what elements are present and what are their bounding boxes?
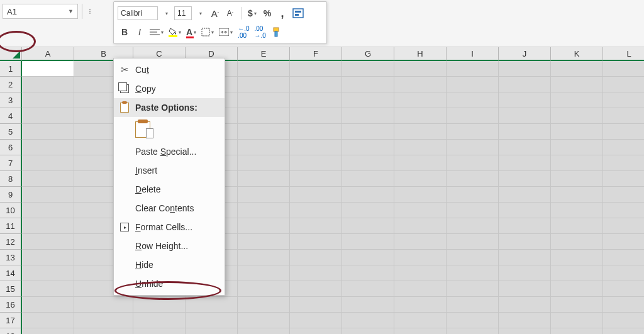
col-header-G[interactable]: G (342, 47, 394, 61)
cell[interactable] (133, 313, 186, 328)
cell[interactable] (394, 234, 447, 250)
cell[interactable] (290, 281, 342, 297)
row-header-3[interactable]: 3 (0, 92, 22, 108)
cell[interactable] (238, 77, 290, 92)
row-header-13[interactable]: 13 (0, 250, 22, 265)
cell[interactable] (342, 281, 394, 297)
fill-color-button[interactable]: ▾ (167, 25, 183, 40)
cell[interactable] (22, 124, 74, 140)
cell[interactable] (238, 297, 290, 313)
row-header-17[interactable]: 17 (0, 313, 22, 328)
cell[interactable] (394, 77, 447, 92)
cell[interactable] (342, 297, 394, 313)
cell[interactable] (290, 313, 342, 328)
cell[interactable] (238, 92, 290, 108)
increase-decimal-button[interactable]: ←.0.00 (236, 25, 251, 40)
cell[interactable] (551, 297, 603, 313)
borders-button[interactable]: ▾ (199, 25, 216, 40)
name-box-handle[interactable] (82, 4, 101, 19)
cell[interactable] (22, 155, 74, 171)
cell[interactable] (133, 297, 186, 313)
cell[interactable] (22, 250, 74, 265)
cell[interactable] (133, 328, 186, 334)
row-header-9[interactable]: 9 (0, 187, 22, 203)
cell[interactable] (447, 297, 499, 313)
cell[interactable] (290, 108, 342, 124)
cell[interactable] (74, 313, 133, 328)
cell[interactable] (238, 108, 290, 124)
comma-format-button[interactable]: , (275, 6, 289, 21)
cell[interactable] (447, 155, 499, 171)
context-delete[interactable]: Delete (114, 180, 225, 199)
format-painter-button[interactable] (269, 25, 283, 40)
cell[interactable] (290, 265, 342, 281)
row-header-12[interactable]: 12 (0, 234, 22, 250)
col-header-J[interactable]: J (499, 47, 551, 61)
cell[interactable] (551, 108, 603, 124)
cell[interactable] (238, 281, 290, 297)
cell[interactable] (603, 297, 644, 313)
cell[interactable] (447, 124, 499, 140)
cell[interactable] (551, 313, 603, 328)
cell[interactable] (22, 218, 74, 234)
cell[interactable] (186, 313, 238, 328)
cell[interactable] (290, 77, 342, 92)
cell[interactable] (290, 171, 342, 187)
cell[interactable] (290, 187, 342, 203)
cell[interactable] (342, 203, 394, 218)
cell[interactable] (551, 328, 603, 334)
cell[interactable] (603, 171, 644, 187)
cell[interactable] (22, 187, 74, 203)
row-header-5[interactable]: 5 (0, 124, 22, 140)
cell[interactable] (447, 328, 499, 334)
cell[interactable] (238, 187, 290, 203)
cell[interactable] (551, 281, 603, 297)
cell[interactable] (447, 265, 499, 281)
cell[interactable] (290, 124, 342, 140)
cell[interactable] (238, 140, 290, 155)
cell[interactable] (238, 234, 290, 250)
cell[interactable] (551, 250, 603, 265)
cell[interactable] (22, 140, 74, 155)
row-header-18[interactable]: 18 (0, 328, 22, 334)
cell[interactable] (447, 140, 499, 155)
font-name-input[interactable]: Calibri (118, 6, 158, 20)
cell[interactable] (551, 265, 603, 281)
col-header-H[interactable]: H (394, 47, 447, 61)
cell[interactable] (499, 124, 551, 140)
row-header-2[interactable]: 2 (0, 77, 22, 92)
cell[interactable] (22, 313, 74, 328)
cell[interactable] (394, 328, 447, 334)
cell[interactable] (551, 124, 603, 140)
cell[interactable] (499, 313, 551, 328)
row-header-11[interactable]: 11 (0, 218, 22, 234)
cell[interactable] (342, 187, 394, 203)
cell[interactable] (499, 77, 551, 92)
cell[interactable] (22, 77, 74, 92)
cell[interactable] (447, 187, 499, 203)
cell[interactable] (603, 187, 644, 203)
context-cut[interactable]: Cut (114, 60, 225, 79)
cell[interactable] (394, 187, 447, 203)
cell[interactable] (603, 328, 644, 334)
cell[interactable] (342, 124, 394, 140)
row-header-4[interactable]: 4 (0, 108, 22, 124)
cell[interactable] (394, 203, 447, 218)
row-header-16[interactable]: 16 (0, 297, 22, 313)
cell[interactable] (603, 265, 644, 281)
cell[interactable] (238, 250, 290, 265)
decrease-decimal-button[interactable]: .00→.0 (252, 25, 267, 40)
col-header-L[interactable]: L (603, 47, 644, 61)
cell[interactable] (238, 218, 290, 234)
cell[interactable] (499, 281, 551, 297)
percent-format-button[interactable]: % (260, 6, 274, 21)
cell[interactable] (290, 297, 342, 313)
cell[interactable] (499, 61, 551, 77)
cell[interactable] (499, 234, 551, 250)
context-unhide[interactable]: Unhide (114, 274, 225, 293)
cell[interactable] (394, 265, 447, 281)
cell[interactable] (603, 140, 644, 155)
cell[interactable] (499, 140, 551, 155)
cell[interactable] (394, 124, 447, 140)
cell[interactable] (603, 313, 644, 328)
